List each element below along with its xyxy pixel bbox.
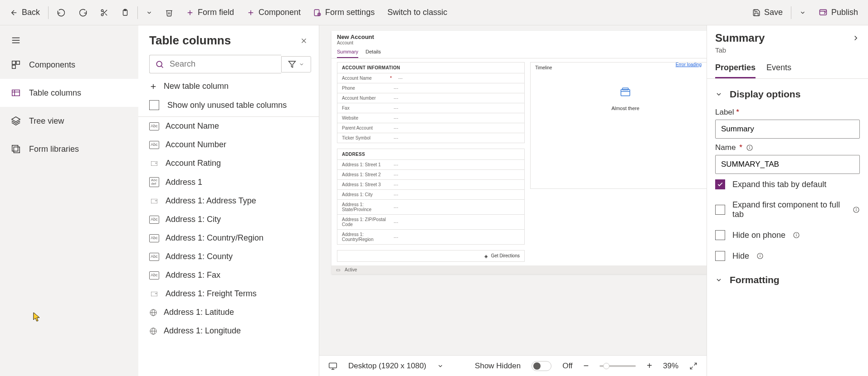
preview-field[interactable]: Address 1: Street 2--- xyxy=(337,169,524,179)
preview-tab-details[interactable]: Details xyxy=(366,47,381,58)
new-table-column-button[interactable]: New table column xyxy=(138,77,319,96)
save-chevron[interactable] xyxy=(793,6,812,19)
column-item[interactable]: AbcAddress 1: City xyxy=(138,210,319,229)
preview-field[interactable]: Website--- xyxy=(337,113,524,123)
table-columns-list[interactable]: AbcAccount NameAbcAccount NumberAccount … xyxy=(138,116,319,376)
field-label: Address 1: Country/Region xyxy=(342,232,387,242)
name-input[interactable] xyxy=(715,155,860,174)
info-icon[interactable] xyxy=(746,144,753,151)
preview-timeline[interactable]: Timeline Almost there xyxy=(530,62,707,189)
column-item[interactable]: AbcAccount Name xyxy=(138,117,319,135)
svg-point-53 xyxy=(856,208,857,209)
preview-tab-summary[interactable]: Summary xyxy=(337,47,358,58)
hide-checkbox[interactable] xyxy=(715,251,725,261)
field-label: Account Number xyxy=(342,96,387,101)
preview-field[interactable]: Address 1: ZIP/Postal Code--- xyxy=(337,214,524,229)
props-tab-properties[interactable]: Properties xyxy=(715,59,756,78)
column-item[interactable]: Account Rating xyxy=(138,154,319,173)
preview-field[interactable]: Account Number--- xyxy=(337,93,524,103)
preview-field[interactable]: Account Name*--- xyxy=(337,73,524,83)
switch-classic-button[interactable]: Switch to classic xyxy=(381,4,454,21)
field-value: --- xyxy=(394,205,398,210)
nav-components[interactable]: Components xyxy=(0,51,138,79)
column-item[interactable]: AbcAccount Number xyxy=(138,135,319,154)
hamburger-button[interactable] xyxy=(0,30,138,51)
formatting-header[interactable]: Formatting xyxy=(715,271,860,289)
paste-chevron[interactable] xyxy=(140,6,159,19)
search-input[interactable] xyxy=(169,59,276,69)
zoom-slider[interactable] xyxy=(600,365,636,367)
column-item[interactable]: Address 1: Latitude xyxy=(138,303,319,322)
column-item[interactable]: Address 1: Address Type xyxy=(138,192,319,210)
close-icon[interactable] xyxy=(300,37,308,45)
label-input[interactable] xyxy=(715,120,860,139)
add-component-button[interactable]: Component xyxy=(240,4,307,21)
column-item[interactable]: Address 1: Freight Terms xyxy=(138,284,319,303)
nav-table-columns[interactable]: Table columns xyxy=(0,79,138,107)
tree-view-icon xyxy=(11,116,21,126)
chevron-down-icon[interactable] xyxy=(437,363,444,369)
back-button[interactable]: Back xyxy=(4,4,46,21)
nav-tree-view-label: Tree view xyxy=(29,116,64,126)
paste-button[interactable] xyxy=(115,5,136,20)
search-input-wrapper[interactable] xyxy=(149,55,281,73)
zoom-in-icon[interactable]: + xyxy=(647,361,652,371)
error-loading-link[interactable]: Error loading xyxy=(676,62,702,67)
preview-field[interactable]: Address 1: Street 3--- xyxy=(337,179,524,189)
hide-phone-checkbox[interactable] xyxy=(715,230,725,240)
zoom-out-icon[interactable]: − xyxy=(584,361,589,371)
column-item[interactable]: AbcAddress 1: County xyxy=(138,247,319,266)
add-form-field-button[interactable]: Form field xyxy=(180,4,240,21)
preview-field[interactable]: Phone--- xyxy=(337,83,524,93)
preview-field[interactable]: Fax--- xyxy=(337,103,524,113)
preview-field[interactable]: Ticker Symbol--- xyxy=(337,133,524,143)
column-item[interactable]: AbcAddress 1: Fax xyxy=(138,266,319,284)
preview-section-account-info[interactable]: ACCOUNT INFORMATION Account Name*---Phon… xyxy=(337,62,525,143)
cut-button[interactable] xyxy=(94,5,115,20)
preview-field[interactable]: Address 1: City--- xyxy=(337,189,524,199)
show-hidden-label: Show Hidden xyxy=(475,362,521,371)
preview-field[interactable]: Address 1: Street 1--- xyxy=(337,159,524,169)
redo-button[interactable] xyxy=(72,5,94,21)
delete-button[interactable] xyxy=(159,5,180,20)
field-label: Address 1: Street 2 xyxy=(342,172,387,177)
show-hidden-toggle[interactable] xyxy=(532,361,551,371)
publish-button[interactable]: Publish xyxy=(812,4,864,21)
svg-line-46 xyxy=(694,363,697,365)
nav-tree-view[interactable]: Tree view xyxy=(0,107,138,135)
preview-subtitle: Account xyxy=(337,40,707,45)
info-icon[interactable] xyxy=(756,252,764,260)
chevron-right-icon[interactable] xyxy=(852,34,860,42)
expand-first-checkbox[interactable] xyxy=(715,205,725,215)
expand-default-checkbox[interactable] xyxy=(715,179,725,189)
preview-field[interactable]: Address 1: Country/Region--- xyxy=(337,229,524,244)
display-options-header[interactable]: Display options xyxy=(715,85,860,103)
preview-field[interactable]: Parent Account--- xyxy=(337,123,524,133)
toggle-state-label: Off xyxy=(562,362,572,371)
form-settings-button[interactable]: Form settings xyxy=(307,4,381,21)
save-button[interactable]: Save xyxy=(746,4,789,21)
column-item[interactable]: AbcdefAddress 1 xyxy=(138,173,319,192)
timeline-title: Timeline xyxy=(531,63,556,73)
column-item[interactable]: Address 1: Longitude xyxy=(138,322,319,340)
props-tab-events[interactable]: Events xyxy=(766,59,791,78)
undo-button[interactable] xyxy=(50,5,72,21)
get-directions-row[interactable]: ◈ Get Directions xyxy=(337,250,525,262)
field-value: --- xyxy=(394,172,398,177)
field-label: Ticker Symbol xyxy=(342,135,387,140)
info-icon[interactable] xyxy=(853,206,860,213)
preview-field[interactable]: Address 1: State/Province--- xyxy=(337,199,524,214)
column-item[interactable]: AbcAddress 1: Country/Region xyxy=(138,229,319,247)
form-preview[interactable]: New Account Account Summary Details Erro… xyxy=(332,31,707,274)
nav-form-libraries[interactable]: Form libraries xyxy=(0,135,138,163)
svg-rect-21 xyxy=(12,90,20,96)
filter-button[interactable] xyxy=(281,56,311,72)
info-icon[interactable] xyxy=(793,231,800,239)
show-only-unused-checkbox[interactable] xyxy=(149,100,159,110)
svg-rect-19 xyxy=(16,61,20,64)
preview-section-address[interactable]: ADDRESS Address 1: Street 1---Address 1:… xyxy=(337,149,525,245)
field-value: --- xyxy=(394,125,398,130)
fit-icon[interactable] xyxy=(689,362,697,370)
name-field-label: Name xyxy=(715,143,736,152)
device-label[interactable]: Desktop (1920 x 1080) xyxy=(348,362,426,371)
